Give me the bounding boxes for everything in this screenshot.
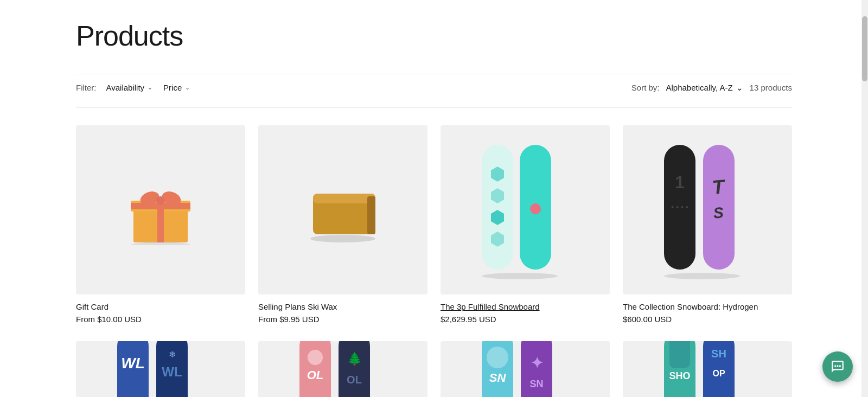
svg-point-39 <box>487 347 508 368</box>
svg-text:OL: OL <box>347 374 362 386</box>
svg-point-26 <box>664 273 740 279</box>
product-image-gift-card <box>76 125 245 294</box>
scrollbar-thumb[interactable] <box>862 16 867 81</box>
snowboard-row2-2-svg: OL 🌲 OL <box>283 341 403 397</box>
product-count: 13 products <box>750 83 792 92</box>
svg-text:OL: OL <box>307 368 324 382</box>
scrollbar[interactable] <box>861 0 868 397</box>
chat-button[interactable] <box>822 351 853 382</box>
product-image-3p-snowboard <box>441 125 610 294</box>
sort-group: Sort by: Alphabetically, A-Z ⌄ 13 produc… <box>631 83 792 93</box>
svg-rect-45 <box>669 341 690 368</box>
availability-filter-button[interactable]: Availability ⌄ <box>105 81 154 94</box>
sort-select-button[interactable]: Alphabetically, A-Z ⌄ <box>666 83 743 93</box>
products-grid: Gift Card From $10.00 USD Selling Plans … <box>76 125 792 397</box>
product-card-hydrogen[interactable]: 1 • • • • T S The Collection Snowboard: … <box>623 125 792 324</box>
snowboard-hydrogen-svg: 1 • • • • T S <box>648 139 767 280</box>
product-image-row2-3: SN ✦ SN <box>441 341 610 397</box>
product-image-row2-1: WL ❄ WL <box>76 341 245 397</box>
svg-rect-12 <box>482 145 513 270</box>
wax-block-svg <box>299 175 386 245</box>
product-price-hydrogen: $600.00 USD <box>623 315 792 324</box>
product-card-row2-4[interactable]: SHO SH OP <box>623 341 792 397</box>
product-name-3p-snowboard[interactable]: The 3p Fulfilled Snowboard <box>441 302 610 311</box>
svg-rect-9 <box>313 194 375 203</box>
filter-group: Filter: Availability ⌄ Price ⌄ <box>76 81 191 94</box>
product-image-ski-wax <box>258 125 427 294</box>
svg-rect-10 <box>367 196 375 234</box>
svg-text:1: 1 <box>675 172 685 192</box>
product-card-row2-3[interactable]: SN ✦ SN <box>441 341 610 397</box>
product-card-row2-1[interactable]: WL ❄ WL <box>76 341 245 397</box>
sort-label: Sort by: <box>631 83 660 92</box>
toolbar: Filter: Availability ⌄ Price ⌄ Sort by: … <box>76 74 792 108</box>
product-name-ski-wax: Selling Plans Ski Wax <box>258 302 427 311</box>
chat-icon <box>831 360 845 374</box>
product-card-row2-2[interactable]: OL 🌲 OL <box>258 341 427 397</box>
svg-text:S: S <box>713 204 725 222</box>
svg-point-50 <box>834 365 836 367</box>
filter-label: Filter: <box>76 83 97 92</box>
svg-point-51 <box>837 365 838 367</box>
snowboard-row2-1-svg: WL ❄ WL <box>101 341 220 397</box>
product-image-row2-4: SHO SH OP <box>623 341 792 397</box>
product-name-hydrogen: The Collection Snowboard: Hydrogen <box>623 302 792 311</box>
svg-text:OP: OP <box>712 369 725 378</box>
snowboard-row2-3-svg: SN ✦ SN <box>465 341 585 397</box>
product-price-ski-wax: From $9.95 USD <box>258 315 427 324</box>
price-chevron-icon: ⌄ <box>185 84 190 91</box>
availability-chevron-icon: ⌄ <box>148 84 152 91</box>
svg-rect-35 <box>339 341 370 397</box>
product-card-ski-wax[interactable]: Selling Plans Ski Wax From $9.95 USD <box>258 125 427 324</box>
product-price-3p-snowboard: $2,629.95 USD <box>441 315 610 324</box>
svg-text:❄: ❄ <box>169 350 176 359</box>
svg-point-11 <box>310 235 375 242</box>
svg-text:• • • •: • • • • <box>671 203 688 212</box>
gift-card-svg <box>117 175 204 245</box>
availability-filter-label: Availability <box>106 83 145 92</box>
product-card-3p-snowboard[interactable]: The 3p Fulfilled Snowboard $2,629.95 USD <box>441 125 610 324</box>
svg-text:WL: WL <box>121 355 145 372</box>
svg-text:SH: SH <box>711 348 726 360</box>
svg-text:SHO: SHO <box>669 370 690 381</box>
sort-value: Alphabetically, A-Z <box>666 83 732 92</box>
svg-point-6 <box>156 196 165 205</box>
svg-text:✦: ✦ <box>531 355 543 372</box>
svg-text:WL: WL <box>162 364 182 379</box>
product-image-hydrogen: 1 • • • • T S <box>623 125 792 294</box>
snowboard-teal-svg <box>465 139 585 280</box>
svg-text:SN: SN <box>489 371 507 385</box>
price-filter-label: Price <box>163 83 182 92</box>
svg-point-33 <box>308 350 323 365</box>
sort-chevron-icon: ⌄ <box>736 83 743 93</box>
svg-point-52 <box>839 365 841 367</box>
product-image-row2-2: OL 🌲 OL <box>258 341 427 397</box>
svg-point-18 <box>530 203 541 214</box>
svg-text:🌲: 🌲 <box>347 351 362 366</box>
svg-text:SN: SN <box>529 379 543 389</box>
product-price-gift-card: From $10.00 USD <box>76 315 245 324</box>
snowboard-row2-4-svg: SHO SH OP <box>648 341 767 397</box>
product-card-gift-card[interactable]: Gift Card From $10.00 USD <box>76 125 245 324</box>
price-filter-button[interactable]: Price ⌄ <box>162 81 191 94</box>
product-name-gift-card: Gift Card <box>76 302 245 311</box>
page-title: Products <box>76 0 792 74</box>
svg-point-19 <box>482 273 558 279</box>
